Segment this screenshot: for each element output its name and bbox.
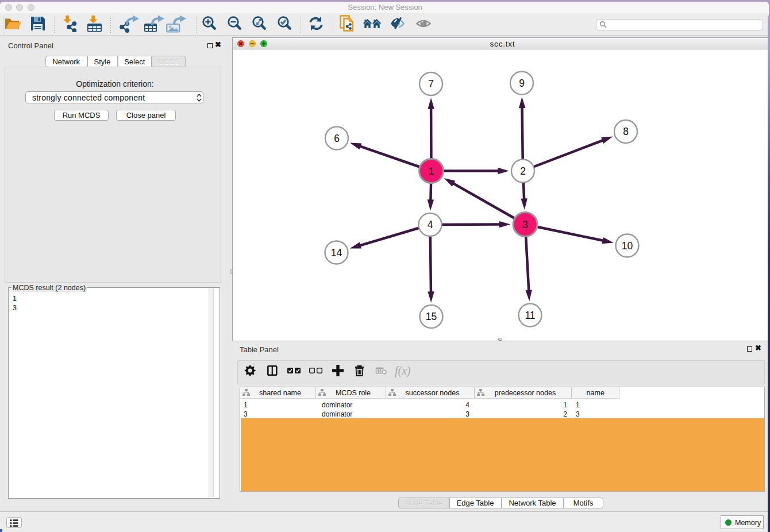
svg-text:15: 15 [426,311,437,322]
svg-text:7: 7 [428,78,434,90]
svg-text:10: 10 [622,240,633,252]
svg-text:6: 6 [334,133,340,144]
svg-text:14: 14 [331,247,342,259]
svg-text:11: 11 [525,310,535,321]
svg-text:2: 2 [520,165,526,177]
svg-text:8: 8 [623,126,629,137]
svg-text:9: 9 [519,78,525,89]
svg-text:3: 3 [522,219,528,230]
svg-text:4: 4 [428,219,433,230]
svg-text:1: 1 [429,165,434,177]
